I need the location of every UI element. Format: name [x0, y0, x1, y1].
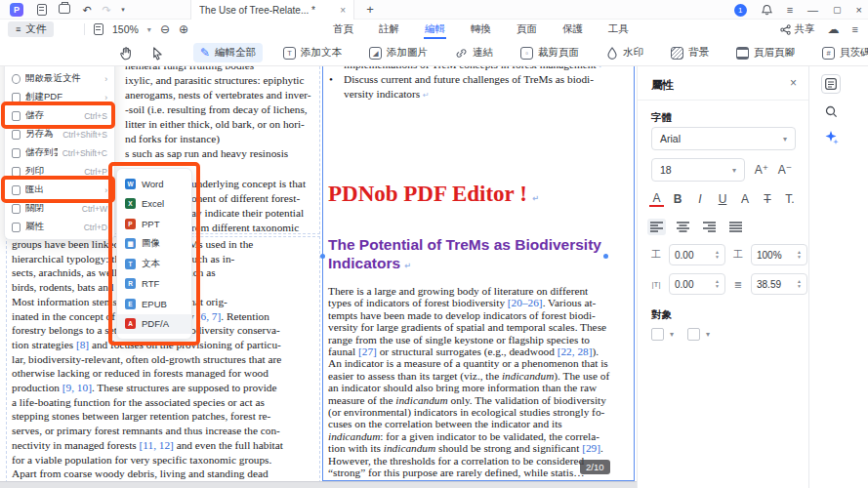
undo-icon[interactable]: ↶ — [80, 0, 94, 20]
redo-icon[interactable]: ↷ — [100, 0, 113, 20]
document-text-line: -soil (i.e. resulting from decay of lich… — [125, 103, 308, 115]
crop-icon: ▫ — [520, 47, 533, 60]
tab-annotate[interactable]: 註解 — [378, 20, 400, 39]
align-right-button[interactable] — [700, 219, 719, 235]
minimize-icon[interactable]: — — [807, 4, 818, 16]
word-spacing-input[interactable]: 0.00 ▲▼ — [669, 273, 725, 295]
watermark-button[interactable]: 水印 — [599, 43, 650, 62]
chevron-down-icon[interactable]: ▾ — [670, 330, 674, 339]
char-spacing-input[interactable]: 0.00 ▲▼ — [669, 244, 725, 265]
line-spacing-input[interactable]: 38.59 ▲▼ — [751, 273, 807, 295]
save-icon[interactable] — [37, 4, 47, 16]
highlight-color-button[interactable]: A — [736, 192, 754, 206]
page-fit-icon[interactable] — [94, 23, 103, 35]
panel-close-icon[interactable]: × — [790, 76, 797, 90]
document-text-line: production [9, 10]. These structures are… — [12, 382, 277, 393]
align-left-button[interactable] — [647, 219, 666, 235]
document-text-line: (or environmental) indicators in ecologi… — [328, 406, 604, 418]
italic-button[interactable]: I — [691, 192, 709, 206]
selection-handle[interactable] — [603, 254, 608, 259]
font-size-select[interactable]: 18 ▾ — [651, 158, 745, 182]
document-text-line: hemeral fungi fruiting bodies — [125, 66, 254, 71]
menu-item-save-to-cloud[interactable]: 儲存到雲端 Ctrl+Shift+C — [5, 143, 114, 162]
document-text-line: lar, biodiversity-relevant, often old-gr… — [12, 353, 281, 365]
stepper-icon[interactable]: ▲▼ — [797, 250, 802, 260]
object-tools-row: ▾ ▾ — [651, 328, 710, 341]
align-center-button[interactable] — [674, 219, 692, 235]
line-spacing-icon: ≣ — [731, 279, 745, 290]
underline-button[interactable]: U — [714, 192, 731, 206]
notification-badge[interactable]: 1 — [734, 4, 747, 17]
menu-item-open-recent[interactable]: 開啟最近文件 › — [5, 69, 114, 88]
new-tab-icon[interactable]: + — [363, 0, 377, 20]
tab-tools[interactable]: 工具 — [607, 20, 630, 39]
document-text-line: implementations of TreM concepts in fore… — [344, 66, 605, 70]
stepper-icon[interactable]: ▲▼ — [797, 279, 802, 289]
align-justify-button[interactable] — [726, 219, 745, 235]
tab-close-icon[interactable]: × — [340, 5, 346, 16]
search-icon[interactable] — [821, 102, 841, 121]
document-tab[interactable]: The Use of Tree-Relate... * × — [190, 0, 354, 20]
horizontal-scale-input[interactable]: 100% ▲▼ — [751, 244, 807, 265]
subscript-button[interactable]: T. — [781, 192, 799, 206]
close-window-icon[interactable]: × — [856, 4, 862, 16]
arrange-objects-icon[interactable] — [687, 328, 700, 341]
chevron-down-icon: ▾ — [783, 135, 787, 143]
hand-tool-icon[interactable] — [119, 46, 133, 61]
horizontal-scale-icon: 工 — [731, 248, 745, 262]
document-text-line: Apart from coarse woody debris, living a… — [12, 468, 269, 479]
link-button[interactable]: 連結 — [448, 43, 500, 62]
edit-all-button[interactable]: ✎ 編輯全部 — [193, 43, 263, 62]
file-menu-button[interactable]: ≡ 文件 — [8, 21, 54, 37]
zoom-in-icon[interactable]: ⊕ — [179, 22, 188, 36]
create-pdf-icon — [12, 93, 21, 102]
bates-number-button[interactable]: # 貝茨碼 — [815, 43, 868, 62]
tab-page[interactable]: 頁面 — [516, 20, 538, 39]
font-color-button[interactable]: A — [649, 191, 664, 207]
divider — [84, 23, 85, 35]
divider — [638, 100, 809, 101]
selection-handle[interactable] — [320, 254, 325, 259]
tab-home[interactable]: 首頁 — [332, 20, 354, 39]
document-text-line: cuses on the correlation between the ind… — [328, 418, 562, 429]
tab-convert[interactable]: 轉換 — [470, 20, 492, 39]
document-text-line: However, the thresholds for a correlatio… — [328, 455, 584, 467]
strikethrough-button[interactable]: T — [759, 192, 776, 206]
document-text-line: tion with its indicandum should be stron… — [328, 442, 603, 454]
bell-icon[interactable] — [762, 4, 772, 16]
bold-button[interactable]: B — [669, 192, 686, 206]
share-button[interactable]: 共享 — [780, 22, 815, 36]
background-button[interactable]: 背景 — [664, 43, 716, 62]
font-family-select[interactable]: Arial ▾ — [651, 127, 796, 150]
stepper-icon[interactable]: ▲▼ — [715, 279, 720, 289]
tab-edit[interactable]: 編輯 — [424, 20, 446, 39]
increase-font-size-button[interactable]: A⁺ — [753, 163, 770, 177]
header-footer-button[interactable]: 頁眉頁腳 — [729, 43, 802, 62]
print-icon[interactable] — [59, 1, 70, 14]
crop-page-button[interactable]: ▫ 裁剪頁面 — [514, 43, 586, 62]
decrease-font-size-button[interactable]: A⁻ — [776, 163, 794, 177]
stepper-icon[interactable]: ▲▼ — [715, 250, 720, 260]
tab-protect[interactable]: 保護 — [561, 20, 584, 39]
spacing-row-2: |T| 0.00 ▲▼ ≣ 38.59 ▲▼ — [649, 273, 807, 295]
zoom-level-value[interactable]: 150% — [112, 23, 139, 35]
add-text-button[interactable]: T 添加文本 — [276, 43, 349, 62]
panel-title: 屬性 — [651, 78, 674, 93]
properties-panel-toggle-icon[interactable] — [821, 74, 841, 94]
restore-icon[interactable]: ▢ — [833, 5, 842, 15]
menu-item-properties[interactable]: 屬性 Ctrl+D — [5, 218, 114, 236]
align-objects-icon[interactable] — [651, 328, 664, 341]
zoom-out-icon[interactable]: ⊖ — [160, 22, 170, 36]
select-tool-icon[interactable] — [150, 46, 163, 61]
add-image-button[interactable]: ◢ 添加圖片 — [362, 43, 434, 62]
ai-sparkle-icon[interactable] — [821, 127, 841, 146]
zoom-chevron-icon[interactable]: ▾ — [147, 25, 151, 34]
inserted-banner-text[interactable]: PDNob PDF Editor ! ↵ — [328, 182, 539, 207]
menu-icon[interactable]: ≡ — [787, 4, 793, 16]
spacing-row-1: 工 0.00 ▲▼ 工 100% ▲▼ — [649, 244, 807, 265]
chevron-down-icon[interactable]: ▾ — [706, 330, 710, 339]
text-style-row: A B I U A T T. — [649, 191, 799, 207]
history-chevron-icon[interactable]: ▾ — [118, 0, 128, 20]
cloud-icon[interactable]: ☁ — [828, 22, 840, 36]
collapse-toolbar-icon[interactable]: ≡ — [852, 23, 858, 35]
